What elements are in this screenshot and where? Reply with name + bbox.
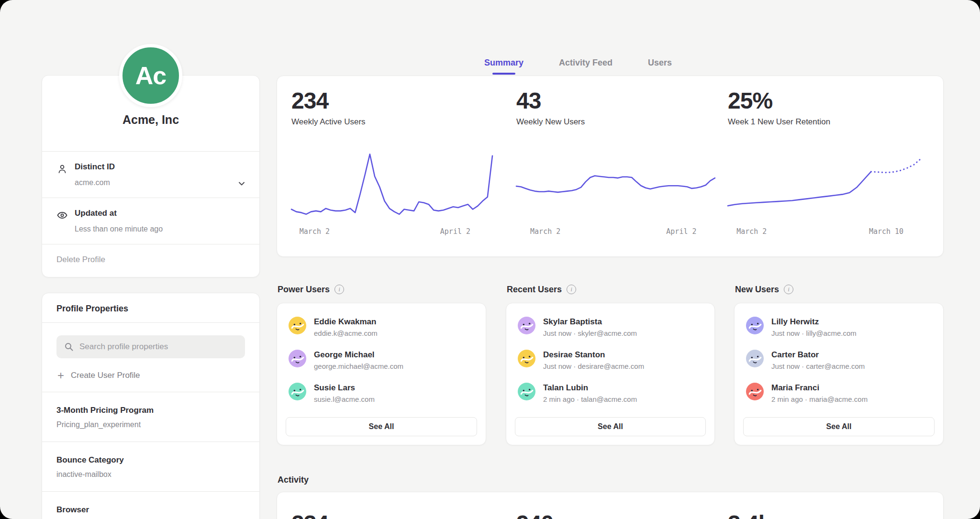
create-user-profile-label: Create User Profile	[71, 371, 140, 380]
stat-value: 43	[516, 88, 715, 113]
user-row[interactable]: Talan Lubin 2 min ago · talan@acme.com	[518, 383, 705, 403]
info-icon[interactable]	[567, 285, 576, 294]
user-avatar	[518, 350, 535, 367]
updated-at-row: Updated at Less than one minute ago	[42, 198, 259, 244]
stat-week1-retention: 25% Week 1 New User Retention March 2 Ma…	[728, 76, 921, 256]
x-axis-ticks: March 2 April 2	[291, 227, 492, 239]
plus-icon: +	[57, 371, 64, 380]
user-lists-row: Power Users Eddie Kwakman eddie.k@acme.c…	[277, 284, 944, 445]
user-avatar	[289, 350, 306, 367]
new-users-title: New Users	[735, 285, 779, 295]
x-tick: March 2	[300, 227, 330, 236]
user-detail: Just now · desirare@acme.com	[543, 362, 644, 370]
stat-weekly-new-users: 43 Weekly New Users March 2 April 2	[516, 76, 715, 256]
user-detail: george.michael@acme.com	[314, 362, 403, 370]
user-row[interactable]: George Michael george.michael@acme.com	[289, 350, 476, 370]
user-detail: susie.l@acme.com	[314, 395, 375, 403]
user-row[interactable]: Maria Franci 2 min ago · maria@acme.com	[746, 383, 934, 403]
new-users-section: New Users Lilly Herwitz Just now · lilly…	[734, 284, 944, 445]
property-label: 3-Month Pricing Program	[56, 406, 245, 415]
stat-label: Week 1 New User Retention	[728, 117, 921, 127]
user-name: Eddie Kwakman	[314, 317, 378, 327]
person-icon	[56, 163, 68, 175]
user-detail: 2 min ago · maria@acme.com	[771, 395, 868, 403]
x-tick: April 2	[440, 227, 470, 236]
user-row[interactable]: Susie Lars susie.l@acme.com	[289, 383, 476, 403]
updated-at-label: Updated at	[75, 208, 245, 219]
user-row[interactable]: Carter Bator Just now · carter@acme.com	[746, 350, 934, 370]
user-name: Carter Bator	[771, 350, 865, 360]
power-users-section: Power Users Eddie Kwakman eddie.k@acme.c…	[277, 284, 486, 445]
user-name: Talan Lubin	[543, 383, 637, 393]
power-users-title: Power Users	[278, 285, 330, 295]
user-row[interactable]: Lilly Herwitz Just now · lilly@acme.com	[746, 317, 934, 337]
user-row[interactable]: Skylar Baptista Just now · skyler@acme.c…	[518, 317, 705, 337]
user-avatar	[746, 317, 764, 334]
company-avatar: Ac	[119, 44, 182, 107]
x-axis-ticks: March 2 April 2	[516, 227, 715, 239]
distinct-id-label: Distinct ID	[75, 161, 245, 173]
user-avatar	[746, 383, 764, 400]
profile-properties-title: Profile Properties	[42, 293, 259, 323]
tab-activity-feed[interactable]: Activity Feed	[559, 58, 612, 76]
property-row[interactable]: Browser Chrome	[42, 491, 259, 519]
week1-retention-chart: March 2 March 10	[728, 140, 921, 239]
property-row[interactable]: Bounce Category inactive-mailbox	[42, 442, 259, 491]
info-icon[interactable]	[784, 285, 793, 294]
property-label: Browser	[56, 505, 245, 515]
company-profile-card: Ac Acme, Inc Distinct ID acme.com Update…	[42, 75, 260, 277]
see-all-button[interactable]: See All	[286, 417, 477, 436]
stat-value: 25%	[728, 88, 921, 113]
user-detail: 2 min ago · talan@acme.com	[543, 395, 637, 403]
x-tick: March 2	[530, 227, 560, 236]
user-avatar	[746, 350, 764, 367]
user-avatar	[289, 383, 306, 400]
user-name: Lilly Herwitz	[771, 317, 857, 327]
stat-label: Weekly Active Users	[291, 117, 492, 127]
user-name: Maria Franci	[771, 383, 868, 393]
search-icon	[64, 342, 74, 352]
tab-summary[interactable]: Summary	[484, 58, 523, 76]
delete-profile-button[interactable]: Delete Profile	[42, 244, 259, 277]
tab-users[interactable]: Users	[648, 58, 672, 76]
user-name: Desirae Stanton	[543, 350, 644, 360]
search-input[interactable]	[56, 335, 245, 358]
weekly-active-users-chart: March 2 April 2	[291, 140, 492, 239]
info-icon[interactable]	[334, 285, 344, 294]
activity-stat-value: 234	[291, 511, 492, 519]
user-avatar	[518, 383, 535, 400]
main-content: Summary Activity Feed Users 234 Weekly A…	[277, 0, 944, 519]
user-avatar	[289, 317, 306, 334]
x-tick: March 10	[869, 227, 903, 236]
property-value: inactive-mailbox	[56, 470, 245, 479]
user-name: Skylar Baptista	[543, 317, 637, 327]
distinct-id-row[interactable]: Distinct ID acme.com	[42, 151, 259, 198]
chevron-down-icon[interactable]	[237, 179, 246, 188]
property-row[interactable]: 3-Month Pricing Program Pricing_plan_exp…	[42, 392, 259, 442]
property-value: Pricing_plan_experiment	[56, 420, 245, 429]
summary-stats-card: 234 Weekly Active Users March 2 April 2 …	[277, 76, 944, 257]
user-name: George Michael	[314, 350, 403, 360]
recent-users-card: Skylar Baptista Just now · skyler@acme.c…	[506, 303, 715, 445]
recent-users-section: Recent Users Skylar Baptista Just now · …	[506, 284, 715, 445]
see-all-button[interactable]: See All	[743, 417, 935, 436]
new-users-card: Lilly Herwitz Just now · lilly@acme.com …	[734, 303, 944, 445]
profile-sidebar: Ac Acme, Inc Distinct ID acme.com Update…	[42, 0, 260, 519]
activity-stat-value: 3.4k	[728, 511, 921, 519]
create-user-profile-button[interactable]: + Create User Profile	[57, 371, 245, 380]
activity-stat-value: 940	[516, 511, 715, 519]
user-row[interactable]: Eddie Kwakman eddie.k@acme.com	[289, 317, 476, 337]
property-label: Bounce Category	[56, 455, 245, 465]
tab-bar: Summary Activity Feed Users	[277, 0, 944, 76]
recent-users-title: Recent Users	[507, 285, 562, 295]
user-row[interactable]: Desirae Stanton Just now · desirare@acme…	[518, 350, 705, 370]
activity-title: Activity	[277, 475, 944, 486]
activity-stats-card: 234 940 3.4k	[277, 492, 944, 519]
profile-properties-search	[56, 335, 245, 358]
x-tick: April 2	[666, 227, 696, 236]
company-avatar-initials: Ac	[135, 61, 166, 90]
app-window: Ac Acme, Inc Distinct ID acme.com Update…	[0, 0, 980, 519]
weekly-new-users-chart: March 2 April 2	[516, 140, 715, 239]
see-all-button[interactable]: See All	[515, 417, 706, 436]
user-name: Susie Lars	[314, 383, 375, 393]
